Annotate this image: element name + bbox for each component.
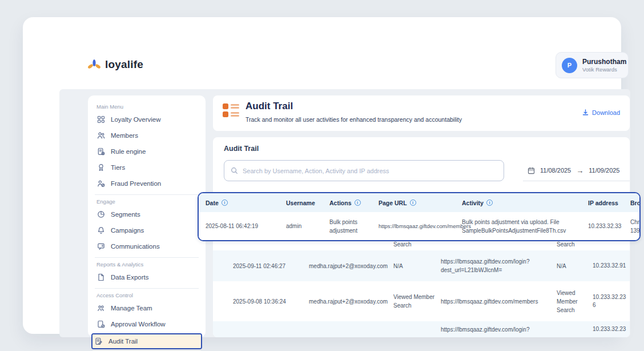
chat-icon (97, 242, 106, 251)
cell-ip: 10.233.32.236 (593, 293, 628, 309)
header-ip-address: IP address (588, 200, 618, 206)
sidebar-item-label: Manage Team (111, 305, 152, 312)
cell-browser: Chrome 139 (630, 218, 641, 235)
cell-action: N/A (393, 263, 436, 269)
table-row-partial-hidden: Search Search (213, 241, 630, 250)
bell-icon (97, 226, 106, 235)
info-icon[interactable]: i (410, 200, 416, 206)
sidebar-item-label: Fraud Prevention (111, 180, 161, 187)
header-actions: Actions (329, 200, 352, 206)
sidebar-item-label: Loyalty Overview (111, 116, 161, 123)
audit-trail-list-icon (223, 103, 239, 117)
search-icon (231, 167, 238, 174)
sidebar-item-approval-workflow[interactable]: Approval Workflow (95, 316, 199, 332)
sidebar-item-manage-team[interactable]: Manage Team (95, 300, 199, 316)
header-username: Username (286, 200, 315, 206)
sidebar-item-label: Members (111, 132, 138, 139)
cell-username: admin (286, 223, 326, 229)
date-range-arrow-icon: → (576, 166, 583, 175)
date-from: 11/08/2025 (540, 167, 571, 174)
cell-username: medha.rajput+2@xoxoday.com (309, 263, 389, 269)
fraud-shield-icon (97, 180, 106, 188)
download-icon (582, 109, 589, 116)
page-header-card: Audit Trail Track and monitor all user a… (213, 95, 630, 131)
sidebar-item-label: Segments (111, 211, 140, 218)
info-icon[interactable]: i (355, 200, 361, 206)
audit-trail-page: { "brand": { "name": "loyalife" }, "user… (0, 0, 644, 351)
user-name: Purushotham (582, 58, 626, 66)
sidebar-item-loyalty-overview[interactable]: Loyalty Overview (95, 111, 199, 127)
section-label-reports: Reports & Analytics (96, 261, 198, 268)
user-org: Votik Rewards (582, 66, 626, 73)
table-row-clipped: https://lbmsqaaz.giftdev.com/login? 10.2… (213, 321, 630, 337)
cell-page-url: https://lbmsqaaz.giftdev.com/members (441, 297, 552, 306)
cell-date: 2025-09-08 10:36:24 (233, 298, 304, 305)
rule-engine-icon (97, 147, 106, 156)
header-date: Date (206, 200, 219, 206)
sidebar-item-label: Campaigns (111, 227, 144, 234)
cell-page-url: https://lbmsqaaz.giftdev.com/members (379, 223, 458, 229)
info-icon[interactable]: i (486, 200, 493, 206)
table-annotation-box: Datei Username Actionsi Page URLi Activi… (198, 192, 641, 241)
cell-action: Viewed Member Search (393, 293, 436, 310)
sidebar-item-members[interactable]: Members (95, 127, 199, 143)
pie-icon (97, 210, 106, 219)
sidebar-item-data-exports[interactable]: Data Exports (95, 269, 199, 285)
cell-activity: Bulk points adjustment via upload. File … (462, 218, 585, 235)
sidebar-item-label: Audit Trail (108, 338, 138, 345)
date-range-picker[interactable]: 11/08/2025 → 11/09/2025 (523, 160, 630, 181)
page-title: Audit Trail (245, 101, 293, 112)
sidebar-item-rule-engine[interactable]: Rule engine (95, 143, 199, 159)
sidebar-item-fraud-prevention[interactable]: Fraud Prevention (95, 176, 199, 192)
date-to: 11/09/2025 (589, 167, 619, 174)
table-row-highlighted: 2025-08-11 06:42:19 admin Bulk points ad… (199, 212, 639, 240)
brand-name: loyalife (105, 58, 143, 71)
trophy-icon (97, 163, 106, 172)
sidebar: Main Menu Loyalty Overview Members Rule … (88, 95, 206, 337)
download-label: Download (592, 109, 620, 116)
section-label-main-menu: Main Menu (96, 103, 198, 110)
sidebar-item-segments[interactable]: Segments (95, 206, 199, 222)
sidebar-item-label: Tiers (111, 164, 125, 171)
sidebar-item-campaigns[interactable]: Campaigns (95, 222, 199, 238)
brand-logo: loyalife (87, 58, 143, 71)
team-icon (97, 304, 106, 313)
download-button[interactable]: Download (582, 109, 620, 116)
cell-ip: 10.233.32.91 (593, 262, 628, 270)
approval-icon (97, 320, 106, 329)
sidebar-divider (95, 288, 199, 289)
sidebar-item-tiers[interactable]: Tiers (95, 159, 199, 176)
calendar-icon (528, 167, 535, 174)
sidebar-item-label: Communications (111, 243, 160, 250)
section-label-engage: Engage (96, 198, 198, 205)
header-browser: Browser (630, 200, 641, 206)
search-box (224, 160, 504, 181)
cell-date: 2025-09-11 02:46:27 (233, 263, 304, 269)
document-icon (97, 273, 106, 282)
cell-ip: 10.233.32.23 (593, 325, 628, 333)
sidebar-item-communications[interactable]: Communications (95, 238, 199, 254)
app-window: loyalife P Purushotham Votik Rewards Mai… (23, 17, 621, 334)
section-label-access-control: Access Control (96, 292, 198, 298)
header-page-url: Page URL (379, 200, 407, 206)
sidebar-item-label: Approval Workflow (111, 321, 166, 328)
table-row: 2025-09-11 02:46:27 medha.rajput+2@xoxod… (213, 250, 630, 281)
cell-date: 2025-08-11 06:42:19 (206, 223, 283, 229)
user-menu[interactable]: P Purushotham Votik Rewards (556, 52, 629, 78)
panel-title: Audit Trail (224, 145, 259, 153)
grid-icon (97, 115, 106, 124)
sidebar-divider (95, 194, 199, 195)
sidebar-divider (95, 257, 199, 258)
search-input[interactable] (243, 167, 497, 174)
header-activity: Activity (462, 200, 484, 206)
page-subtitle: Track and monitor all user activities fo… (245, 116, 462, 123)
table-row: 2025-09-08 10:36:24 medha.rajput+2@xoxod… (213, 281, 630, 321)
cell-username: medha.rajput+2@xoxoday.com (309, 298, 389, 305)
sidebar-item-audit-trail[interactable]: Audit Trail (92, 334, 201, 348)
cell-ip: 10.233.32.33 (588, 223, 627, 229)
info-icon[interactable]: i (222, 200, 228, 206)
audit-icon (95, 337, 103, 346)
sidebar-item-label: Rule engine (111, 148, 146, 155)
cell-page-url: https://lbmsqaaz.giftdev.com/login? (441, 325, 552, 334)
cell-activity-tail: Search (557, 241, 588, 248)
